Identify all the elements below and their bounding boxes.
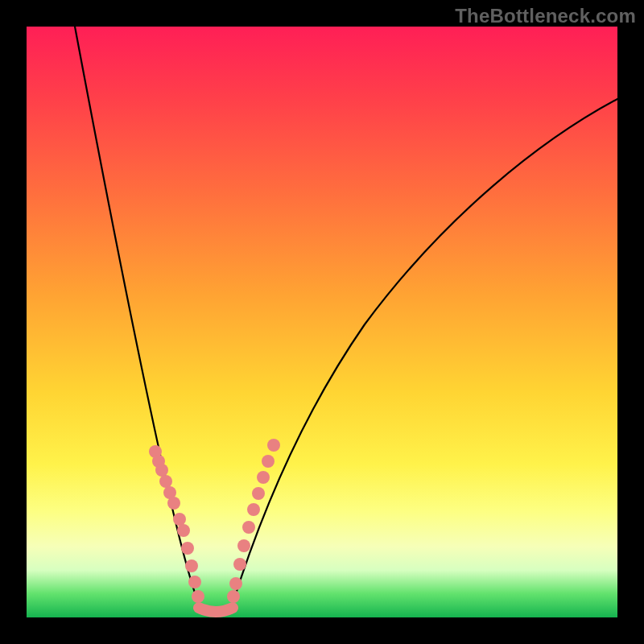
watermark-text: TheBottleneck.com xyxy=(455,5,636,27)
svg-point-17 xyxy=(247,503,260,516)
svg-point-6 xyxy=(173,513,186,526)
accent-dots-right xyxy=(227,439,280,603)
plot-area xyxy=(27,27,617,617)
svg-point-12 xyxy=(227,590,240,603)
svg-point-2 xyxy=(155,464,168,477)
svg-point-16 xyxy=(242,521,255,534)
svg-point-3 xyxy=(159,475,172,488)
svg-point-11 xyxy=(192,590,204,603)
svg-point-19 xyxy=(257,471,270,484)
svg-point-15 xyxy=(237,539,250,552)
svg-point-13 xyxy=(229,577,242,590)
svg-point-9 xyxy=(185,559,198,572)
svg-point-20 xyxy=(262,455,275,468)
accent-valley-highlight xyxy=(199,608,233,612)
svg-point-14 xyxy=(233,558,246,571)
plot-svg xyxy=(27,27,617,617)
svg-point-10 xyxy=(188,576,201,588)
svg-point-5 xyxy=(167,497,180,510)
curve-right xyxy=(232,99,617,606)
svg-point-8 xyxy=(181,542,194,555)
svg-point-18 xyxy=(252,487,265,500)
svg-point-21 xyxy=(267,439,280,452)
chart-stage: TheBottleneck.com xyxy=(0,0,644,644)
accent-dots-left xyxy=(149,445,204,603)
svg-point-7 xyxy=(177,524,190,537)
